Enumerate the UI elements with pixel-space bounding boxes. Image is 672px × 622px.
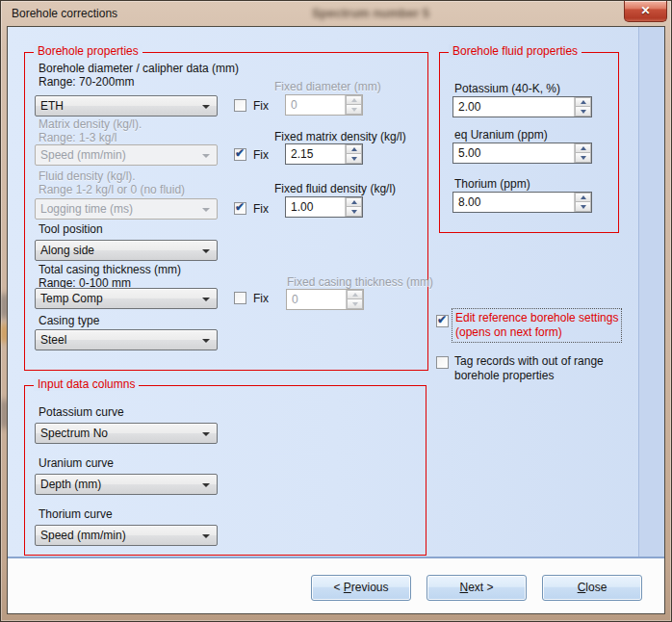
- fix-casing-label: Fix: [253, 292, 269, 305]
- borehole-diameter-label: Borehole diameter / calipher data (mm) R…: [39, 62, 239, 89]
- spinner-up-button: [346, 95, 362, 105]
- group-title: Borehole fluid properties: [449, 44, 582, 58]
- check-icon: ✔: [235, 146, 245, 160]
- matrix-density-label: Matrix density (kg/l). Range: 1-3 kg/l: [39, 117, 142, 144]
- check-icon: ✔: [437, 313, 447, 326]
- spinner-down-icon: [351, 108, 357, 112]
- uranium-curve-label: Uranium curve: [39, 456, 114, 470]
- spinner-buttons[interactable]: [574, 97, 591, 117]
- spinner-down-button[interactable]: [575, 107, 591, 117]
- spinner-up-icon: [581, 100, 586, 104]
- label-line: borehole properties: [454, 369, 604, 383]
- dialog-window: Borehole corrections Spectrum number 5 ✕…: [0, 0, 672, 622]
- casing-thickness-label: Total casing thickness (mm) Range: 0-100…: [39, 263, 181, 290]
- close-action-button[interactable]: Close: [542, 575, 642, 601]
- fixed-fluid-label: Fixed fluid density (kg/l): [274, 182, 396, 195]
- casing-thickness-select[interactable]: Temp Comp: [35, 288, 218, 309]
- spinner-down-icon: [581, 156, 586, 160]
- potassium-value[interactable]: [453, 97, 579, 117]
- dropdown-arrow-icon: [202, 298, 210, 301]
- dropdown-arrow-icon: [202, 154, 210, 158]
- fixed-casing-input: [286, 289, 364, 310]
- next-button[interactable]: Next >: [426, 575, 527, 601]
- spinner-buttons: [345, 95, 362, 115]
- spinner-up-button[interactable]: [575, 143, 591, 153]
- fixed-fluid-value[interactable]: [286, 197, 349, 217]
- close-button[interactable]: ✕: [624, 1, 667, 22]
- thorium-curve-select[interactable]: Speed (mm/min): [35, 525, 218, 546]
- borehole-diameter-select[interactable]: ETH: [35, 95, 218, 117]
- spinner-buttons: [346, 290, 363, 309]
- spinner-down-button: [347, 299, 363, 309]
- button-mnemonic: N: [459, 581, 468, 594]
- uranium-curve-select[interactable]: Depth (mm): [35, 474, 218, 495]
- thorium-input[interactable]: [452, 192, 592, 213]
- frame-reflection: [1, 294, 8, 319]
- combo-value: ETH: [40, 99, 64, 113]
- potassium-curve-select[interactable]: Spectrum No: [35, 423, 218, 444]
- button-text: ext >: [468, 581, 493, 594]
- previous-button[interactable]: < Previous: [311, 575, 411, 601]
- button-text: <: [333, 581, 343, 594]
- spinner-up-button[interactable]: [575, 193, 591, 202]
- spinner-up-button[interactable]: [346, 197, 362, 207]
- spinner-buttons[interactable]: [574, 143, 591, 163]
- fixed-matrix-input[interactable]: [285, 143, 363, 165]
- matrix-density-select: Speed (mm/min): [35, 144, 218, 166]
- combo-value: Depth (mm): [40, 478, 101, 491]
- tool-position-label: Tool position: [39, 222, 103, 236]
- background-window-title: Spectrum number 5: [284, 6, 457, 20]
- tag-records-checkbox[interactable]: [436, 356, 449, 369]
- title-bar[interactable]: Borehole corrections Spectrum number 5 ✕: [0, 0, 672, 27]
- casing-type-select[interactable]: Steel: [35, 329, 218, 350]
- label-line: Range 1-2 kg/l or 0 (no fluid): [39, 183, 185, 196]
- edit-reference-label[interactable]: Edit reference borehole settings (opens …: [452, 308, 622, 343]
- edit-reference-checkbox[interactable]: ✔: [436, 315, 449, 327]
- spinner-down-icon: [352, 302, 358, 306]
- spinner-up-icon: [351, 200, 357, 204]
- fix-diameter-checkbox[interactable]: [234, 99, 246, 112]
- eq-uranium-value[interactable]: [453, 143, 579, 163]
- button-text: lose: [585, 581, 607, 594]
- fixed-diameter-value: [286, 95, 349, 115]
- thorium-label: Thorium (ppm): [454, 177, 530, 191]
- spinner-up-button: [347, 290, 363, 299]
- spinner-down-button[interactable]: [575, 202, 591, 212]
- spinner-down-button[interactable]: [575, 153, 591, 163]
- spinner-buttons[interactable]: [345, 197, 362, 217]
- fix-matrix-label: Fix: [253, 148, 269, 162]
- fix-fluid-checkbox[interactable]: ✔: [234, 202, 246, 215]
- dropdown-arrow-icon: [202, 534, 210, 538]
- potassium-input[interactable]: [452, 96, 592, 117]
- spinner-down-button[interactable]: [346, 207, 362, 217]
- spinner-up-button[interactable]: [346, 144, 362, 154]
- thorium-value[interactable]: [453, 193, 579, 212]
- close-icon: ✕: [640, 4, 650, 17]
- spinner-up-button[interactable]: [575, 97, 591, 107]
- eq-uranium-label: eq Uranium (ppm): [454, 128, 548, 142]
- fixed-casing-label: Fixed casing thickness (mm): [287, 275, 433, 289]
- fixed-matrix-value[interactable]: [286, 144, 349, 164]
- label-line: Edit reference borehole settings: [455, 311, 618, 325]
- group-title: Input data columns: [34, 377, 139, 391]
- spinner-buttons[interactable]: [345, 144, 362, 164]
- fix-matrix-checkbox[interactable]: ✔: [234, 148, 246, 161]
- fixed-fluid-input[interactable]: [285, 196, 363, 218]
- potassium-label: Potassium (40-K, %): [454, 82, 560, 95]
- combo-value: Speed (mm/min): [40, 148, 126, 162]
- fix-casing-checkbox[interactable]: [234, 292, 246, 304]
- fixed-matrix-label: Fixed matrix density (kg/l): [274, 130, 406, 143]
- dropdown-arrow-icon: [202, 432, 210, 436]
- combo-value: Speed (mm/min): [40, 529, 126, 542]
- fixed-diameter-label: Fixed diameter (mm): [274, 80, 381, 93]
- tool-position-select[interactable]: Along side: [35, 240, 218, 261]
- tag-records-label[interactable]: Tag records with out of range borehole p…: [454, 354, 604, 383]
- check-icon: ✔: [235, 200, 245, 214]
- spinner-buttons[interactable]: [574, 193, 591, 212]
- spinner-down-icon: [351, 157, 357, 161]
- eq-uranium-input[interactable]: [452, 143, 592, 164]
- window-title: Borehole corrections: [12, 7, 117, 20]
- potassium-curve-label: Potassium curve: [39, 405, 124, 419]
- spinner-down-button[interactable]: [346, 154, 362, 164]
- form-panel-edge: [638, 27, 664, 557]
